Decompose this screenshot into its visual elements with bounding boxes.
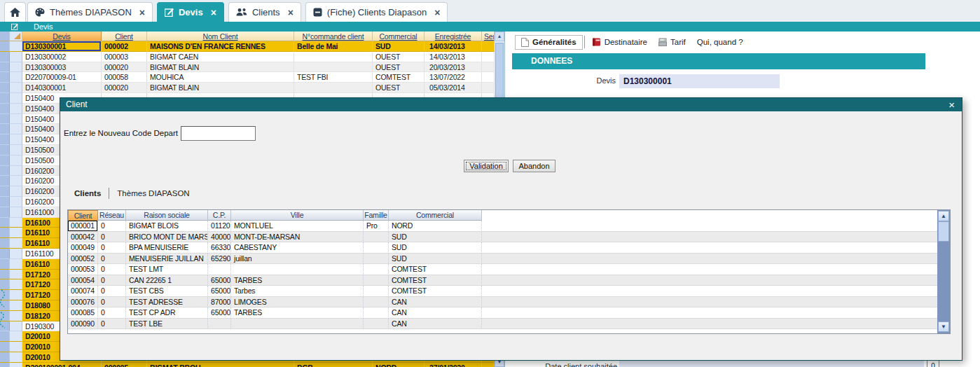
date-field-spinner[interactable]: 0 — [927, 360, 939, 367]
column-header-c-p-[interactable]: C.P. — [208, 210, 231, 221]
cell — [10, 228, 22, 238]
list-item[interactable]: 0000850TEST CP ADR65000TARBESCAN — [68, 307, 937, 319]
cell: 87000 — [208, 297, 231, 308]
list-item[interactable]: 0000740TEST CBS65000TarbesCOMTEST — [68, 286, 937, 297]
column-header-ser[interactable]: Ser — [482, 32, 495, 41]
date-field-value[interactable] — [619, 360, 924, 367]
cell — [0, 218, 10, 228]
cell — [0, 342, 10, 352]
tab-clients[interactable]: Clients — [69, 189, 106, 198]
cell: 0 — [98, 264, 126, 275]
cell — [0, 331, 10, 342]
devis-field-value[interactable]: D130300001 — [619, 74, 780, 88]
tab-devis[interactable]: Devis× — [157, 2, 224, 22]
cell — [0, 62, 10, 73]
tab-separator — [109, 188, 109, 199]
tab-label: Clients — [252, 7, 280, 18]
cell: COMTEST — [373, 72, 425, 83]
list-item[interactable]: 0000010BIGMAT BLOIS01120MONTLUELProNORD — [68, 221, 937, 232]
list-item[interactable]: 0000420BRICO MONT DE MARSA40000MONT-DE-M… — [68, 232, 937, 243]
cell: TEST CP ADR — [126, 307, 208, 319]
scrollbar-thumb[interactable] — [495, 43, 504, 103]
tab-th-mes-diapason[interactable]: Thèmes DIAPASON× — [27, 2, 153, 22]
column-header-ville[interactable]: Ville — [231, 210, 364, 221]
scrollbar-thumb[interactable] — [938, 221, 949, 242]
column-header-client[interactable]: Client — [68, 210, 98, 221]
clients-table-body: 0000010BIGMAT BLOIS01120MONTLUELProNORD0… — [68, 221, 950, 329]
cell — [0, 197, 10, 207]
column-header-enregistr-e[interactable]: Enregistrée — [425, 32, 482, 41]
cell — [0, 270, 10, 280]
tab-qui-quand[interactable]: Qui, quand ? — [691, 36, 749, 48]
cell-filler — [482, 232, 937, 243]
cell — [0, 249, 10, 259]
close-icon[interactable]: × — [948, 98, 955, 111]
cell — [364, 242, 389, 254]
close-icon[interactable]: × — [432, 7, 440, 18]
column-header-client[interactable]: Client — [102, 32, 147, 41]
cell: 65000 — [208, 307, 231, 319]
cell — [10, 279, 22, 290]
table-row[interactable]: D200100001-004000005BIGMAT BBOUDGBNORD27… — [0, 363, 495, 367]
cell: BIGMAT BLOIS — [126, 221, 208, 232]
validation-button[interactable]: Validation — [464, 160, 509, 172]
list-item[interactable]: 0000540CAN 22265 165000TARBESCOMTEST — [68, 275, 937, 286]
cell — [10, 145, 22, 155]
cell — [0, 155, 10, 166]
scroll-down-icon[interactable]: ▼ — [938, 321, 949, 332]
scroll-up-icon[interactable]: ▲ — [938, 211, 949, 221]
column-header-commercial[interactable]: Commercial — [389, 210, 482, 221]
tab--fiche-clients-diapason[interactable]: (Fiche) Clients Diapason× — [305, 2, 448, 22]
scroll-up-icon[interactable]: ▲ — [495, 32, 504, 41]
close-icon[interactable]: × — [137, 7, 145, 18]
column-header-raison-sociale[interactable]: Raison sociale — [126, 210, 208, 221]
tab-clients[interactable]: Clients× — [228, 2, 301, 22]
date-field-label: Date client souhaitée — [533, 362, 617, 367]
cell: 01120 — [208, 221, 231, 232]
column-header-famille[interactable]: Famille — [364, 210, 389, 221]
cell — [10, 249, 22, 259]
table-row[interactable]: D130300002000003BIGMAT CAENOUEST14/03/20… — [0, 52, 495, 62]
table-row[interactable]: D130300003000020BIGMAT BLAINOUEST20/03/2… — [0, 62, 495, 73]
cell — [0, 259, 10, 270]
cell: TEST ADRESSE — [126, 297, 208, 308]
code-depart-input[interactable] — [181, 126, 256, 141]
list-item[interactable]: 0000530TEST LMTCOMTEST — [68, 264, 937, 275]
cell — [0, 145, 10, 155]
tab-destinataire[interactable]: Destinataire — [586, 36, 653, 48]
scribble-annotation — [0, 289, 10, 331]
close-icon[interactable]: × — [285, 7, 294, 18]
cell — [10, 134, 22, 145]
column-header-devis[interactable]: Devis — [22, 32, 102, 41]
column-header-commercial[interactable]: Commercial — [373, 32, 425, 41]
cell — [10, 176, 22, 186]
cell: 05/03/2014 — [425, 83, 482, 93]
cell: LIMOGES — [231, 297, 364, 308]
column-header-r-seau[interactable]: Réseau — [98, 210, 126, 221]
home-button[interactable] — [4, 2, 26, 22]
tab-generalites[interactable]: Généralités — [515, 35, 583, 50]
list-item[interactable]: 0000490BPA MENUISERIE66330CABESTANYSUD — [68, 242, 937, 254]
cell: 0 — [98, 254, 126, 265]
list-item[interactable]: 0000900TEST LBECAN — [68, 319, 937, 330]
list-item[interactable]: 0000520MENUISERIE JUILLAN65290juillanSUD — [68, 254, 937, 265]
cell — [0, 228, 10, 238]
dialog-tabs: Clients Thèmes DIAPASON — [69, 186, 195, 200]
table-row[interactable]: D220700009-01000058MOUHICATEST FBICOMTES… — [0, 72, 495, 83]
table-row[interactable]: D130300001000002MAISONS D'EN FRANCE RENN… — [0, 41, 495, 52]
abandon-button[interactable]: Abandon — [513, 160, 555, 172]
column-header-nom-client[interactable]: Nom Client — [147, 32, 294, 41]
cell: 40000 — [208, 232, 231, 243]
tab-tarif[interactable]: Tarif — [653, 36, 691, 48]
cell: TARBES — [231, 275, 364, 286]
clients-table-scrollbar[interactable]: ▲ ▼ — [937, 210, 950, 333]
column-header-n-commande-client[interactable]: N°commande client — [294, 32, 373, 41]
cell: 13/07/2022 — [425, 72, 482, 83]
close-icon[interactable]: × — [208, 7, 216, 18]
select-all-cell[interactable] — [10, 32, 22, 41]
cell — [10, 311, 22, 321]
list-item[interactable]: 0000760TEST ADRESSE87000LIMOGESCAN — [68, 297, 937, 308]
tab-themes-diapason[interactable]: Thèmes DIAPASON — [111, 189, 195, 198]
table-row[interactable]: D140300001000020BIGMAT BLAINOUEST05/03/2… — [0, 83, 495, 93]
cell — [10, 114, 22, 125]
